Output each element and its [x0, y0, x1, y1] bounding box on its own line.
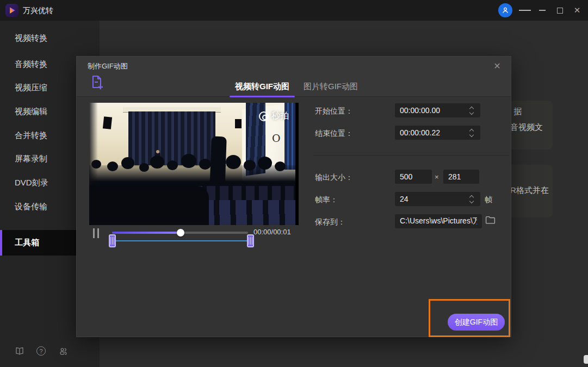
tab-video-to-gif[interactable]: 视频转GIF动图 [227, 82, 298, 92]
sidebar-item-audio-convert[interactable]: 音频转换 [15, 59, 47, 70]
progress-fill [112, 232, 181, 234]
dialog-title: 制作GIF动图 [88, 61, 128, 71]
start-position-input[interactable] [395, 103, 480, 117]
user-icon [501, 6, 510, 15]
end-position-input[interactable] [395, 126, 480, 140]
maximize-icon[interactable] [554, 5, 566, 16]
tab-image-to-gif[interactable]: 图片转GIF动图 [295, 82, 366, 92]
output-width-input[interactable] [395, 170, 432, 184]
miaopai-watermark: 秒拍 [259, 110, 289, 122]
app-logo-icon [5, 4, 18, 17]
contact-icon[interactable] [58, 346, 68, 356]
dialog-close-icon[interactable]: ✕ [491, 60, 503, 72]
scrollbar-thumb[interactable] [584, 355, 588, 364]
output-size-label: 输出大小： [315, 173, 353, 183]
sidebar-item-video-compress[interactable]: 视频压缩 [15, 82, 47, 93]
trim-start-handle[interactable] [109, 234, 116, 247]
trim-end-handle[interactable] [247, 234, 254, 247]
section-divider [313, 155, 509, 155]
sidebar-item-merge-convert[interactable]: 合并转换 [15, 130, 47, 141]
audience-silhouette [89, 165, 295, 225]
video-preview: O 秒拍 [89, 103, 299, 225]
app-title: 万兴优转 [23, 6, 53, 16]
help-icon[interactable]: ? [36, 346, 46, 356]
frame-rate-unit: 帧 [485, 195, 492, 205]
sidebar-item-video-edit[interactable]: 视频编辑 [15, 106, 47, 117]
video-frame: O 秒拍 [89, 103, 295, 225]
sidebar-item-device-transfer[interactable]: 设备传输 [15, 201, 47, 212]
add-file-icon[interactable] [90, 75, 104, 90]
sidebar-item-toolbox[interactable]: 工具箱 [15, 237, 39, 248]
pause-button[interactable] [93, 228, 101, 238]
background-card-text: R格式并在 [510, 185, 549, 196]
start-position-label: 开始位置： [315, 107, 353, 116]
save-path-input[interactable] [395, 214, 482, 228]
background-card-text: 音视频文 [510, 122, 543, 133]
sidebar-item-screen-record[interactable]: 屏幕录制 [15, 153, 47, 164]
play-triangle-icon [7, 5, 17, 15]
output-height-input[interactable] [443, 170, 479, 184]
wall-speaker [235, 119, 242, 128]
gif-maker-dialog: 制作GIF动图 ✕ 视频转GIF动图 图片转GIF动图 [76, 56, 511, 337]
background-card-text: 据 [513, 107, 522, 117]
folder-browse-icon[interactable] [485, 215, 496, 226]
start-position-stepper[interactable] [468, 104, 475, 116]
stage-curtain [128, 111, 215, 165]
minimize-icon[interactable] [536, 5, 548, 16]
end-position-stepper[interactable] [468, 127, 475, 139]
camera-lens-icon [259, 111, 269, 121]
trim-range-bar [113, 240, 250, 241]
close-icon[interactable]: ✕ [571, 5, 583, 16]
sidebar-item-video-convert[interactable]: 视频转换 [15, 33, 47, 43]
frame-rate-stepper[interactable] [468, 193, 475, 205]
create-gif-button[interactable]: 创建GIF动图 [448, 314, 505, 331]
end-position-label: 结束位置： [315, 129, 353, 139]
multiply-sign: × [435, 173, 439, 181]
title-bar: 万兴优转 ✕ [0, 0, 588, 21]
sidebar-item-dvd-burn[interactable]: DVD刻录 [15, 177, 48, 188]
wall-speaker [103, 116, 112, 129]
account-avatar[interactable] [498, 3, 512, 17]
save-to-label: 保存到： [315, 217, 345, 227]
progress-thumb[interactable] [177, 229, 184, 237]
menu-icon[interactable] [519, 5, 531, 16]
time-display: 00:00/00:01 [253, 228, 291, 236]
manual-book-icon[interactable] [15, 346, 24, 356]
app-window: 万兴优转 ✕ 视频转换 音频转换 视频压缩 视频编辑 合并转换 屏幕录制 DVD… [0, 0, 588, 367]
wall-letter: O [272, 132, 281, 144]
frame-rate-input[interactable] [395, 192, 480, 206]
progress-slider[interactable] [112, 232, 248, 234]
frame-rate-label: 帧率： [315, 195, 338, 205]
